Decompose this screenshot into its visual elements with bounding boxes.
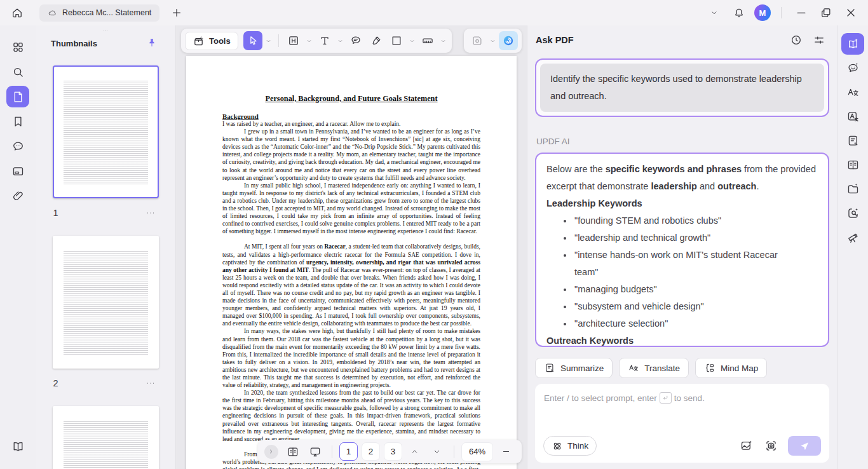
next-page-button[interactable] [428,442,447,461]
ai-answer-card[interactable]: Below are the specific keywords and phra… [535,153,829,347]
screenshot-button[interactable] [763,438,778,454]
collapse-bar-button[interactable] [264,445,278,459]
tools-button[interactable]: Tools [185,32,238,50]
thumbnail-item: 2 [36,236,175,406]
document-area: Personal, Background, and Future Goals S… [176,25,527,469]
ai-assistant-button[interactable] [499,31,518,50]
minimize-button[interactable] [792,3,811,22]
sidebar-item-reader-mode[interactable] [6,435,29,457]
rail-item-ai-search[interactable] [841,202,864,224]
text-tool[interactable] [315,31,334,50]
rail-item-explain[interactable] [841,105,864,127]
mind-map-button[interactable]: Mind Map [695,358,767,378]
select-tool-dropdown[interactable] [264,31,273,50]
save-tool-dropdown[interactable] [488,31,498,50]
sidebar-item-comments[interactable] [6,135,29,157]
quick-actions-toolbar [464,29,522,53]
save-icon [471,34,484,47]
atom-icon [552,440,563,452]
thumbnail-item: 1 [36,65,175,236]
avatar[interactable]: M [754,4,771,21]
comment-tool[interactable] [346,31,365,50]
send-button[interactable] [788,436,821,456]
rail-item-reader[interactable] [841,154,864,175]
aichat-icon [846,62,860,75]
think-button[interactable]: Think [543,436,597,456]
attach-image-button[interactable] [738,438,754,454]
camera-scan-icon [764,439,778,452]
page-button-1[interactable]: 1 [339,442,358,461]
thumbnail-page-1[interactable] [53,65,159,198]
comment-icon [349,34,362,47]
image-sparkle-icon [740,439,753,452]
presentation-mode-button[interactable] [306,442,325,461]
rail-item-ask-pdf[interactable] [841,33,864,55]
thumbnail-list[interactable]: 123 [36,54,175,469]
thumbnail-more-button[interactable] [143,377,158,390]
thumbnail-page-3[interactable] [53,406,159,469]
text-tool-dropdown[interactable] [336,31,345,50]
rail-item-summarize[interactable] [841,130,864,151]
heading-icon [287,34,300,47]
sidebar-item-thumbnails[interactable] [6,86,29,107]
aisearch-icon [846,207,860,220]
two-page-view-button[interactable] [283,442,302,461]
restore-button[interactable] [817,3,836,22]
document-tab[interactable]: Rebecca Mc... Statement [39,4,159,22]
rail-item-translate[interactable] [841,81,864,103]
aiswirl-icon [502,34,515,47]
keyword-bullet: "leadership and technical growth" [573,229,785,247]
sidebar-item-attachments[interactable] [6,185,29,207]
thumbnail-more-button[interactable] [143,207,158,219]
pdf-page: Personal, Background, and Future Goals S… [186,56,517,469]
sidebar-item-snapshots[interactable] [6,160,29,182]
previous-page-button[interactable] [405,442,424,461]
history-clock-icon [790,34,803,46]
translate-button[interactable]: Translate [619,358,689,378]
sidebar-item-search[interactable] [6,61,29,83]
ai-settings-button[interactable] [810,31,829,50]
tab-list-button[interactable] [705,3,724,22]
new-tab-button[interactable] [167,3,186,22]
tools-icon [193,35,205,47]
sidebar-item-bookmarks[interactable] [6,111,29,132]
summarize-button[interactable]: Summarize [535,358,613,378]
home-button[interactable] [8,3,27,22]
thumbnail-page-2[interactable] [53,236,159,369]
zoom-level[interactable]: 64% [461,442,493,461]
pin-panel-button[interactable] [145,36,159,50]
chat-history-button[interactable] [787,31,806,50]
doc-paragraph: I grew up in a small town in Pennsylvani… [222,128,480,182]
save-tool[interactable] [468,31,487,50]
panel-title: Ask PDF [536,35,783,45]
keyword-bullet: "managing budgets" [573,281,785,298]
shape-tool[interactable] [387,31,406,50]
comments-icon [11,140,25,153]
panel-drag-handle-icon[interactable] [100,27,111,34]
apps-icon [11,41,25,54]
sidebar-item-apps[interactable] [6,36,29,58]
edit-heading-tool[interactable] [284,31,303,50]
rail-item-explore[interactable] [841,226,864,248]
organize-icon [846,182,860,196]
shape-tool-dropdown[interactable] [407,31,417,50]
tab-title: Rebecca Mc... Statement [62,8,151,17]
bell-icon [733,6,745,19]
prompt-input-card[interactable]: Enter / to select prompt, enter to send.… [535,384,829,463]
zoom-out-button[interactable] [496,442,515,461]
edit-heading-tool-dropdown[interactable] [304,31,314,50]
rail-item-ai-chat[interactable] [841,57,864,79]
page-button-2[interactable]: 2 [362,442,380,461]
close-button[interactable] [841,3,860,22]
measure-tool-dropdown[interactable] [438,31,448,50]
measure-tool[interactable] [418,31,437,50]
twopage-icon [846,158,860,172]
pin-icon [146,37,158,49]
notifications-button[interactable] [729,3,749,22]
highlight-tool[interactable] [367,31,386,50]
rail-item-organize[interactable] [841,178,864,200]
select-tool[interactable] [243,31,262,50]
snapshot-icon [11,165,25,178]
text-icon [318,34,331,47]
page-button-3[interactable]: 3 [384,442,402,461]
